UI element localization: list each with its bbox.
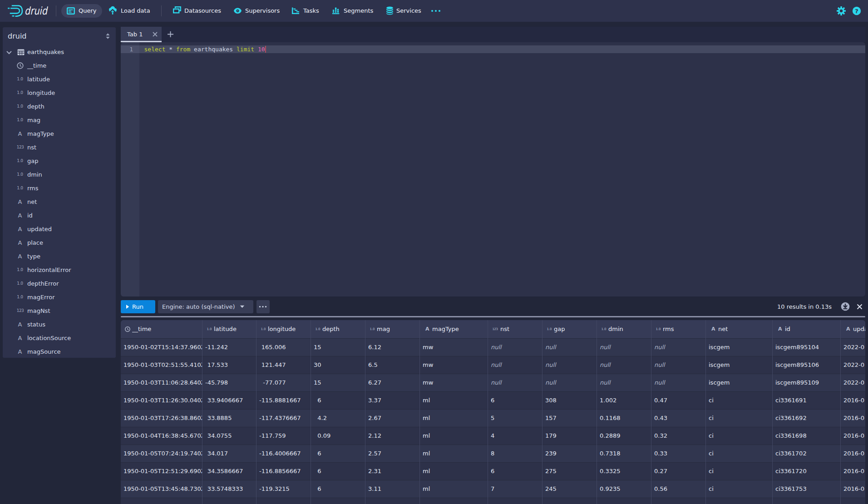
svg-text:?: ? bbox=[855, 8, 858, 15]
svg-text:druid: druid bbox=[25, 5, 48, 17]
